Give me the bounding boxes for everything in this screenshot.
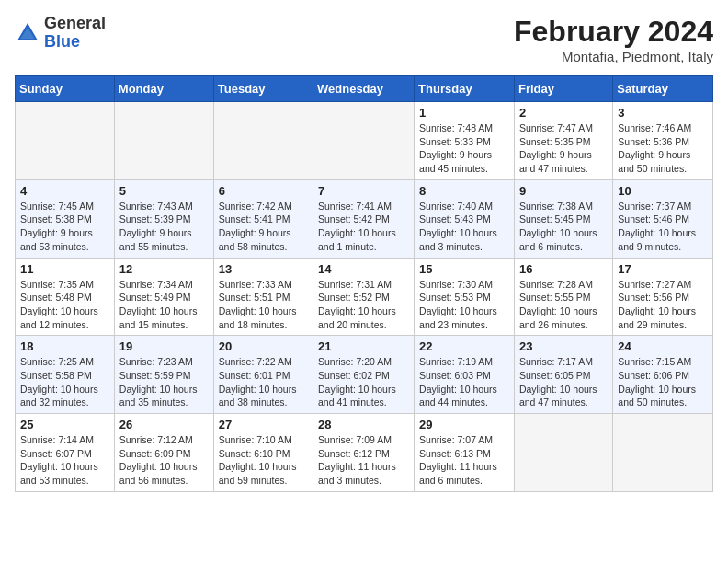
weekday-header: Wednesday [313, 76, 415, 102]
day-number: 23 [519, 339, 608, 353]
calendar-cell: 26Sunrise: 7:12 AM Sunset: 6:09 PM Dayli… [114, 414, 213, 492]
calendar-cell: 29Sunrise: 7:07 AM Sunset: 6:13 PM Dayli… [415, 414, 515, 492]
calendar-cell [313, 102, 415, 180]
day-number: 18 [20, 339, 109, 353]
calendar-cell: 23Sunrise: 7:17 AM Sunset: 6:05 PM Dayli… [514, 336, 612, 414]
title-block: February 2024 Montafia, Piedmont, Italy [514, 15, 713, 64]
calendar-cell: 1Sunrise: 7:48 AM Sunset: 5:33 PM Daylig… [415, 102, 515, 180]
logo-general-text: General [44, 14, 106, 32]
day-info: Sunrise: 7:09 AM Sunset: 6:12 PM Dayligh… [318, 433, 409, 488]
day-info: Sunrise: 7:19 AM Sunset: 6:03 PM Dayligh… [419, 355, 509, 409]
day-info: Sunrise: 7:38 AM Sunset: 5:45 PM Dayligh… [519, 200, 608, 254]
calendar-cell: 18Sunrise: 7:25 AM Sunset: 5:58 PM Dayli… [16, 336, 115, 414]
calendar-cell: 12Sunrise: 7:34 AM Sunset: 5:49 PM Dayli… [114, 258, 213, 336]
day-number: 29 [419, 418, 509, 431]
day-info: Sunrise: 7:15 AM Sunset: 6:06 PM Dayligh… [618, 355, 708, 409]
day-number: 2 [519, 106, 608, 120]
day-info: Sunrise: 7:42 AM Sunset: 5:41 PM Dayligh… [219, 200, 308, 254]
calendar-cell: 19Sunrise: 7:23 AM Sunset: 5:59 PM Dayli… [114, 336, 213, 414]
weekday-header: Tuesday [213, 76, 313, 102]
weekday-header: Thursday [415, 76, 515, 102]
calendar-cell [613, 414, 713, 492]
day-number: 12 [119, 262, 209, 276]
day-number: 1 [419, 106, 509, 120]
weekday-header: Friday [514, 76, 612, 102]
day-info: Sunrise: 7:25 AM Sunset: 5:58 PM Dayligh… [20, 355, 109, 409]
calendar-week-row: 11Sunrise: 7:35 AM Sunset: 5:48 PM Dayli… [16, 258, 713, 336]
day-number: 13 [219, 262, 308, 276]
day-number: 7 [318, 184, 409, 198]
calendar-cell: 25Sunrise: 7:14 AM Sunset: 6:07 PM Dayli… [16, 414, 115, 492]
day-number: 11 [20, 262, 109, 276]
calendar-cell: 14Sunrise: 7:31 AM Sunset: 5:52 PM Dayli… [313, 258, 415, 336]
calendar-cell: 22Sunrise: 7:19 AM Sunset: 6:03 PM Dayli… [415, 336, 515, 414]
location-subtitle: Montafia, Piedmont, Italy [514, 49, 713, 64]
calendar-cell: 11Sunrise: 7:35 AM Sunset: 5:48 PM Dayli… [16, 258, 115, 336]
day-number: 28 [318, 418, 409, 431]
day-info: Sunrise: 7:30 AM Sunset: 5:53 PM Dayligh… [419, 278, 509, 332]
calendar-cell: 17Sunrise: 7:27 AM Sunset: 5:56 PM Dayli… [613, 258, 713, 336]
calendar-cell: 10Sunrise: 7:37 AM Sunset: 5:46 PM Dayli… [613, 179, 713, 258]
day-info: Sunrise: 7:43 AM Sunset: 5:39 PM Dayligh… [119, 200, 209, 254]
calendar-cell: 16Sunrise: 7:28 AM Sunset: 5:55 PM Dayli… [514, 258, 612, 336]
calendar-cell: 7Sunrise: 7:41 AM Sunset: 5:42 PM Daylig… [313, 179, 415, 258]
day-info: Sunrise: 7:27 AM Sunset: 5:56 PM Dayligh… [618, 278, 708, 332]
day-info: Sunrise: 7:48 AM Sunset: 5:33 PM Dayligh… [419, 121, 509, 176]
calendar-cell: 27Sunrise: 7:10 AM Sunset: 6:10 PM Dayli… [213, 414, 313, 492]
calendar-cell: 5Sunrise: 7:43 AM Sunset: 5:39 PM Daylig… [114, 179, 213, 258]
day-info: Sunrise: 7:31 AM Sunset: 5:52 PM Dayligh… [318, 278, 409, 332]
calendar-cell: 8Sunrise: 7:40 AM Sunset: 5:43 PM Daylig… [415, 179, 515, 258]
calendar-cell [114, 102, 213, 180]
day-number: 21 [318, 339, 409, 353]
day-number: 10 [618, 184, 708, 198]
day-info: Sunrise: 7:20 AM Sunset: 6:02 PM Dayligh… [318, 355, 409, 409]
calendar-cell: 6Sunrise: 7:42 AM Sunset: 5:41 PM Daylig… [213, 179, 313, 258]
weekday-header: Monday [114, 76, 213, 102]
day-number: 8 [419, 184, 509, 198]
day-number: 4 [20, 184, 109, 198]
month-year-title: February 2024 [514, 15, 713, 49]
calendar-week-row: 1Sunrise: 7:48 AM Sunset: 5:33 PM Daylig… [16, 102, 713, 180]
calendar-cell [514, 414, 612, 492]
calendar-cell: 28Sunrise: 7:09 AM Sunset: 6:12 PM Dayli… [313, 414, 415, 492]
day-info: Sunrise: 7:22 AM Sunset: 6:01 PM Dayligh… [219, 355, 308, 409]
logo: General Blue [15, 15, 106, 52]
day-info: Sunrise: 7:46 AM Sunset: 5:36 PM Dayligh… [618, 121, 708, 176]
calendar-cell: 15Sunrise: 7:30 AM Sunset: 5:53 PM Dayli… [415, 258, 515, 336]
day-info: Sunrise: 7:33 AM Sunset: 5:51 PM Dayligh… [219, 278, 308, 332]
calendar-cell: 13Sunrise: 7:33 AM Sunset: 5:51 PM Dayli… [213, 258, 313, 336]
day-info: Sunrise: 7:47 AM Sunset: 5:35 PM Dayligh… [519, 121, 608, 176]
day-number: 14 [318, 262, 409, 276]
day-number: 26 [119, 418, 209, 431]
weekday-header-row: SundayMondayTuesdayWednesdayThursdayFrid… [16, 76, 713, 102]
day-info: Sunrise: 7:12 AM Sunset: 6:09 PM Dayligh… [119, 433, 209, 488]
day-number: 25 [20, 418, 109, 431]
day-number: 20 [219, 339, 308, 353]
weekday-header: Sunday [16, 76, 115, 102]
day-info: Sunrise: 7:17 AM Sunset: 6:05 PM Dayligh… [519, 355, 608, 409]
day-number: 16 [519, 262, 608, 276]
calendar-table: SundayMondayTuesdayWednesdayThursdayFrid… [15, 75, 713, 492]
day-info: Sunrise: 7:34 AM Sunset: 5:49 PM Dayligh… [119, 278, 209, 332]
day-number: 9 [519, 184, 608, 198]
day-number: 15 [419, 262, 509, 276]
calendar-cell: 21Sunrise: 7:20 AM Sunset: 6:02 PM Dayli… [313, 336, 415, 414]
day-info: Sunrise: 7:10 AM Sunset: 6:10 PM Dayligh… [219, 433, 308, 488]
day-number: 3 [618, 106, 708, 120]
calendar-week-row: 25Sunrise: 7:14 AM Sunset: 6:07 PM Dayli… [16, 414, 713, 492]
calendar-week-row: 18Sunrise: 7:25 AM Sunset: 5:58 PM Dayli… [16, 336, 713, 414]
day-number: 17 [618, 262, 708, 276]
day-info: Sunrise: 7:41 AM Sunset: 5:42 PM Dayligh… [318, 200, 409, 254]
weekday-header: Saturday [613, 76, 713, 102]
day-info: Sunrise: 7:23 AM Sunset: 5:59 PM Dayligh… [119, 355, 209, 409]
calendar-cell [213, 102, 313, 180]
day-info: Sunrise: 7:40 AM Sunset: 5:43 PM Dayligh… [419, 200, 509, 254]
day-info: Sunrise: 7:14 AM Sunset: 6:07 PM Dayligh… [20, 433, 109, 488]
calendar-cell: 24Sunrise: 7:15 AM Sunset: 6:06 PM Dayli… [613, 336, 713, 414]
day-number: 5 [119, 184, 209, 198]
day-number: 24 [618, 339, 708, 353]
day-number: 6 [219, 184, 308, 198]
day-info: Sunrise: 7:45 AM Sunset: 5:38 PM Dayligh… [20, 200, 109, 254]
calendar-cell [16, 102, 115, 180]
day-info: Sunrise: 7:35 AM Sunset: 5:48 PM Dayligh… [20, 278, 109, 332]
